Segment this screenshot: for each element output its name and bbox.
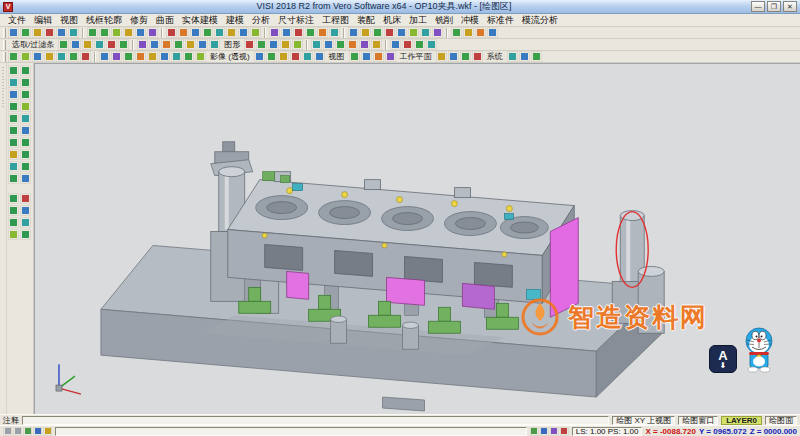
mode-icon[interactable] xyxy=(550,427,559,436)
tool-icon[interactable] xyxy=(87,27,98,38)
snap-icon[interactable] xyxy=(13,427,22,436)
tool-icon[interactable] xyxy=(137,39,148,50)
menu-item[interactable]: 尺寸标注 xyxy=(274,14,318,27)
snap-icon[interactable] xyxy=(33,427,42,436)
tool-icon[interactable] xyxy=(147,27,158,38)
tool-icon[interactable] xyxy=(373,51,384,62)
tool-icon[interactable] xyxy=(254,51,265,62)
tool-icon[interactable] xyxy=(460,51,471,62)
mode-icon[interactable] xyxy=(560,427,569,436)
tool-icon[interactable] xyxy=(8,149,19,160)
menu-item[interactable]: 视图 xyxy=(56,14,82,27)
tool-icon[interactable] xyxy=(8,125,19,136)
tool-icon[interactable] xyxy=(371,39,382,50)
menu-item[interactable]: 标准件 xyxy=(483,14,518,27)
tool-icon[interactable] xyxy=(348,27,359,38)
tool-icon[interactable] xyxy=(280,39,291,50)
tool-icon[interactable] xyxy=(111,27,122,38)
tool-icon[interactable] xyxy=(99,27,110,38)
tool-icon[interactable] xyxy=(293,27,304,38)
tool-icon[interactable] xyxy=(8,229,19,240)
tool-icon[interactable] xyxy=(32,27,43,38)
menu-item[interactable]: 装配 xyxy=(353,14,379,27)
menu-item[interactable]: 分析 xyxy=(248,14,274,27)
tool-icon[interactable] xyxy=(292,39,303,50)
tool-icon[interactable] xyxy=(8,89,19,100)
tool-icon[interactable] xyxy=(359,39,370,50)
menu-item[interactable]: 铣削 xyxy=(431,14,457,27)
tool-icon[interactable] xyxy=(44,51,55,62)
menu-item[interactable]: 建模 xyxy=(222,14,248,27)
window-indicator[interactable]: 绘图窗口 xyxy=(678,416,718,425)
tool-icon[interactable] xyxy=(20,65,31,76)
tool-icon[interactable] xyxy=(250,27,261,38)
menu-item[interactable]: 工程图 xyxy=(318,14,353,27)
tool-icon[interactable] xyxy=(361,51,372,62)
tool-icon[interactable] xyxy=(20,193,31,204)
toolbar-grip[interactable] xyxy=(3,40,6,50)
tool-icon[interactable] xyxy=(281,27,292,38)
close-button[interactable]: ✕ xyxy=(783,1,797,12)
tool-icon[interactable] xyxy=(80,51,91,62)
tool-icon[interactable] xyxy=(195,51,206,62)
menu-item[interactable]: 冲模 xyxy=(457,14,483,27)
menu-item[interactable]: 文件 xyxy=(4,14,30,27)
tool-icon[interactable] xyxy=(166,27,177,38)
tool-icon[interactable] xyxy=(311,39,322,50)
tool-icon[interactable] xyxy=(256,39,267,50)
tool-icon[interactable] xyxy=(20,89,31,100)
tool-icon[interactable] xyxy=(161,39,172,50)
tool-icon[interactable] xyxy=(123,27,134,38)
tool-icon[interactable] xyxy=(202,27,213,38)
tool-icon[interactable] xyxy=(475,27,486,38)
menu-item[interactable]: 线框轮廓 xyxy=(82,14,126,27)
tool-icon[interactable] xyxy=(20,161,31,172)
tool-icon[interactable] xyxy=(99,51,110,62)
snap-icon[interactable] xyxy=(43,427,52,436)
tool-icon[interactable] xyxy=(190,27,201,38)
menu-item[interactable]: 加工 xyxy=(405,14,431,27)
tool-icon[interactable] xyxy=(266,51,277,62)
tool-icon[interactable] xyxy=(314,51,325,62)
tool-icon[interactable] xyxy=(123,51,134,62)
tool-icon[interactable] xyxy=(197,39,208,50)
tool-icon[interactable] xyxy=(390,39,401,50)
toolbar-drag-handle[interactable] xyxy=(0,63,7,414)
tool-icon[interactable] xyxy=(8,193,19,204)
tool-icon[interactable] xyxy=(507,51,518,62)
tool-icon[interactable] xyxy=(118,39,129,50)
mode-icon[interactable] xyxy=(530,427,539,436)
tool-icon[interactable] xyxy=(8,77,19,88)
tool-icon[interactable] xyxy=(329,27,340,38)
tool-icon[interactable] xyxy=(436,51,447,62)
tool-icon[interactable] xyxy=(106,39,117,50)
tool-icon[interactable] xyxy=(408,27,419,38)
tool-icon[interactable] xyxy=(372,27,383,38)
menu-item[interactable]: 模流分析 xyxy=(518,14,562,27)
mode-icon[interactable] xyxy=(540,427,549,436)
tool-icon[interactable] xyxy=(20,173,31,184)
tool-icon[interactable] xyxy=(44,27,55,38)
tool-icon[interactable] xyxy=(56,27,67,38)
view-indicator[interactable]: 绘图 XY 上视图 xyxy=(612,416,675,425)
tool-icon[interactable] xyxy=(68,27,79,38)
tool-icon[interactable] xyxy=(302,51,313,62)
tool-icon[interactable] xyxy=(238,27,249,38)
tool-icon[interactable] xyxy=(278,51,289,62)
tool-icon[interactable] xyxy=(135,27,146,38)
toolbar-grip[interactable] xyxy=(3,28,6,38)
menu-item[interactable]: 曲面 xyxy=(152,14,178,27)
tool-icon[interactable] xyxy=(384,27,395,38)
tool-icon[interactable] xyxy=(20,77,31,88)
tool-icon[interactable] xyxy=(20,149,31,160)
tool-icon[interactable] xyxy=(269,27,280,38)
tool-icon[interactable] xyxy=(70,39,81,50)
toolbar-grip[interactable] xyxy=(3,52,6,62)
tool-icon[interactable] xyxy=(317,27,328,38)
tool-icon[interactable] xyxy=(8,137,19,148)
tool-icon[interactable] xyxy=(244,39,255,50)
tool-icon[interactable] xyxy=(305,27,316,38)
tool-icon[interactable] xyxy=(531,51,542,62)
tool-icon[interactable] xyxy=(214,27,225,38)
tool-icon[interactable] xyxy=(20,27,31,38)
